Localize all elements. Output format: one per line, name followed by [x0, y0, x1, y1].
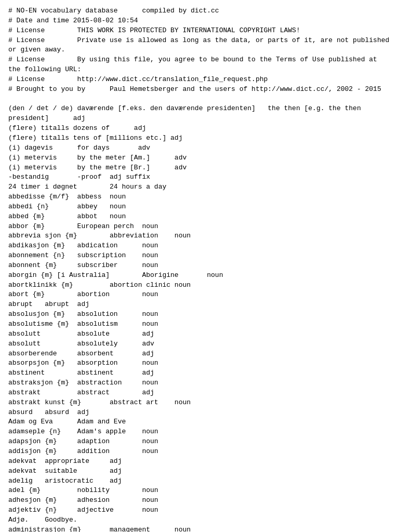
vocabulary-content: # NO-EN vocabulary database compiled by … [8, 6, 391, 532]
